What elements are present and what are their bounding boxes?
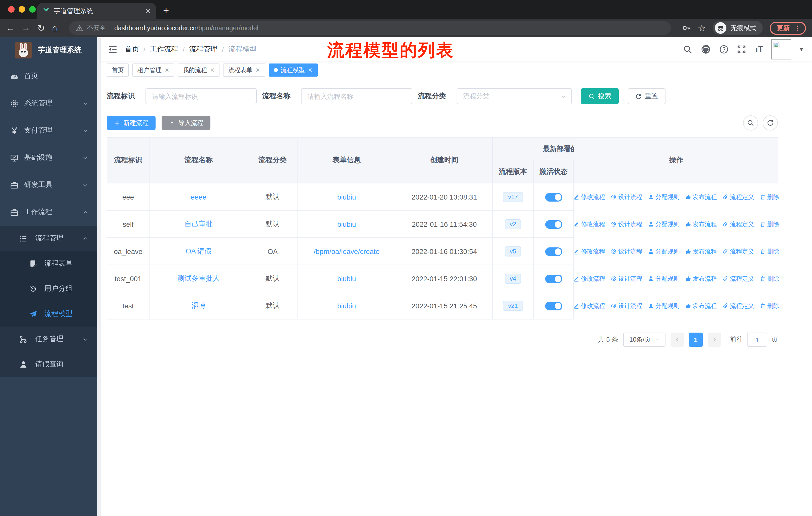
back-button[interactable]: ← bbox=[6, 24, 14, 32]
fullscreen-icon[interactable] bbox=[737, 45, 746, 54]
window-close-button[interactable] bbox=[8, 6, 14, 12]
tag-tenant[interactable]: 租户管理✕ bbox=[133, 63, 174, 77]
refresh-table-button[interactable] bbox=[763, 115, 778, 131]
sidebar-item-process-model[interactable]: 流程模型 bbox=[0, 301, 97, 327]
app-logo[interactable]: 芋道管理系统 bbox=[0, 37, 97, 62]
action-modify-link[interactable]: 修改流程 bbox=[573, 247, 605, 256]
close-icon[interactable]: ✕ bbox=[210, 67, 214, 73]
action-design-link[interactable]: 设计流程 bbox=[611, 247, 642, 256]
action-delete-link[interactable]: 删除 bbox=[760, 220, 779, 228]
search-icon[interactable] bbox=[684, 45, 692, 54]
close-icon[interactable]: ✕ bbox=[165, 67, 169, 73]
action-modify-link[interactable]: 修改流程 bbox=[573, 193, 605, 201]
key-icon[interactable] bbox=[682, 24, 691, 32]
window-zoom-button[interactable] bbox=[29, 6, 36, 12]
action-assign-link[interactable]: 分配规则 bbox=[648, 220, 679, 228]
action-publish-link[interactable]: 发布流程 bbox=[685, 247, 717, 256]
page-size-select[interactable]: 10条/页 bbox=[623, 332, 666, 347]
forward-button[interactable]: → bbox=[22, 24, 30, 32]
update-chip[interactable]: 更新 ⋮ bbox=[770, 21, 806, 34]
browser-tab[interactable]: 芋道管理系统 ✕ bbox=[37, 3, 156, 19]
action-assign-link[interactable]: 分配规则 bbox=[648, 302, 679, 310]
help-icon[interactable] bbox=[720, 45, 729, 54]
import-process-button[interactable]: 导入流程 bbox=[162, 116, 210, 130]
github-icon[interactable] bbox=[701, 44, 711, 54]
action-design-link[interactable]: 设计流程 bbox=[611, 302, 642, 310]
action-delete-link[interactable]: 删除 bbox=[760, 274, 779, 283]
window-minimize-button[interactable] bbox=[19, 6, 25, 12]
cell-name-link[interactable]: 测试多审批人 bbox=[149, 265, 248, 292]
sidebar-item-system[interactable]: 系统管理 bbox=[0, 90, 97, 117]
action-publish-link[interactable]: 发布流程 bbox=[685, 220, 717, 228]
action-definition-link[interactable]: 流程定义 bbox=[722, 193, 754, 201]
sidebar-item-infra[interactable]: 基础设施 bbox=[0, 144, 97, 171]
font-size-icon[interactable]: тT bbox=[755, 45, 763, 54]
cell-name-link[interactable]: OA 请假 bbox=[149, 238, 248, 265]
action-definition-link[interactable]: 流程定义 bbox=[722, 274, 754, 283]
cell-form-link[interactable]: biubiu bbox=[297, 265, 396, 292]
active-toggle[interactable] bbox=[545, 193, 562, 201]
breadcrumb-home[interactable]: 首页 bbox=[125, 45, 139, 54]
tag-my-process[interactable]: 我的流程✕ bbox=[178, 63, 220, 77]
avatar[interactable] bbox=[771, 39, 791, 59]
action-delete-link[interactable]: 删除 bbox=[760, 247, 779, 256]
active-toggle[interactable] bbox=[545, 220, 562, 228]
action-modify-link[interactable]: 修改流程 bbox=[573, 220, 605, 228]
prev-page-button[interactable] bbox=[671, 332, 684, 347]
cell-name-link[interactable]: 自己审批 bbox=[149, 211, 248, 238]
close-icon[interactable]: ✕ bbox=[256, 67, 260, 73]
close-icon[interactable]: ✕ bbox=[308, 67, 312, 73]
new-tab-button[interactable]: + bbox=[163, 5, 169, 17]
breadcrumb-process-mgmt[interactable]: 流程管理 bbox=[189, 45, 218, 54]
breadcrumb-workflow[interactable]: 工作流程 bbox=[150, 45, 178, 54]
sidebar-item-task-mgmt[interactable]: 任务管理 bbox=[0, 327, 97, 352]
action-design-link[interactable]: 设计流程 bbox=[611, 193, 642, 201]
cell-form-link[interactable]: biubiu bbox=[297, 292, 396, 320]
sidebar-item-payment[interactable]: 支付管理 bbox=[0, 117, 97, 144]
action-assign-link[interactable]: 分配规则 bbox=[648, 274, 679, 283]
address-bar[interactable]: 不安全 dashboard.yudao.iocoder.cn/bpm/manag… bbox=[69, 21, 671, 35]
cell-form-link[interactable]: biubiu bbox=[297, 184, 396, 211]
tag-process-model[interactable]: 流程模型✕ bbox=[268, 63, 317, 77]
action-assign-link[interactable]: 分配规则 bbox=[648, 247, 679, 256]
process-name-input[interactable] bbox=[301, 88, 412, 104]
sidebar-item-leave-query[interactable]: 请假查询 bbox=[0, 352, 97, 377]
tag-process-form[interactable]: 流程表单✕ bbox=[223, 63, 265, 77]
goto-page-input[interactable] bbox=[747, 332, 767, 347]
bookmark-star-icon[interactable]: ☆ bbox=[698, 23, 706, 32]
reload-button[interactable]: ↻ bbox=[37, 23, 45, 32]
hamburger-icon[interactable] bbox=[108, 44, 118, 54]
action-definition-link[interactable]: 流程定义 bbox=[722, 302, 754, 310]
home-button[interactable]: ⌂ bbox=[52, 23, 58, 33]
action-delete-link[interactable]: 删除 bbox=[760, 193, 779, 201]
action-modify-link[interactable]: 修改流程 bbox=[573, 302, 605, 310]
cell-name-link[interactable]: eeee bbox=[149, 184, 248, 211]
action-delete-link[interactable]: 删除 bbox=[760, 302, 779, 310]
tag-home[interactable]: 首页 bbox=[107, 63, 129, 77]
action-modify-link[interactable]: 修改流程 bbox=[573, 274, 605, 283]
action-publish-link[interactable]: 发布流程 bbox=[685, 302, 717, 310]
action-design-link[interactable]: 设计流程 bbox=[611, 220, 642, 228]
cell-name-link[interactable]: 滔博 bbox=[149, 292, 248, 320]
action-publish-link[interactable]: 发布流程 bbox=[685, 274, 717, 283]
action-assign-link[interactable]: 分配规则 bbox=[648, 193, 679, 201]
action-publish-link[interactable]: 发布流程 bbox=[685, 193, 717, 201]
action-design-link[interactable]: 设计流程 bbox=[611, 274, 642, 283]
toggle-search-button[interactable] bbox=[743, 115, 758, 131]
sidebar-item-user-group[interactable]: 用户分组 bbox=[0, 276, 97, 301]
action-definition-link[interactable]: 流程定义 bbox=[722, 247, 754, 256]
sidebar-item-process-form[interactable]: 流程表单 bbox=[0, 251, 97, 276]
cell-form-link[interactable]: /bpm/oa/leave/create bbox=[297, 238, 396, 265]
sidebar-item-workflow[interactable]: 工作流程 bbox=[0, 198, 97, 226]
sidebar-item-process-mgmt[interactable]: 流程管理 bbox=[0, 226, 97, 251]
process-category-select[interactable]: 流程分类 bbox=[457, 88, 572, 104]
current-page-button[interactable]: 1 bbox=[689, 332, 703, 347]
tab-close-icon[interactable]: ✕ bbox=[145, 7, 151, 15]
reset-button[interactable]: 重置 bbox=[628, 88, 666, 104]
search-button[interactable]: 搜索 bbox=[581, 88, 619, 104]
active-toggle[interactable] bbox=[545, 247, 562, 256]
action-definition-link[interactable]: 流程定义 bbox=[722, 220, 754, 228]
next-page-button[interactable] bbox=[708, 332, 721, 347]
avatar-caret-icon[interactable]: ▾ bbox=[800, 46, 803, 53]
sidebar-item-devtools[interactable]: 研发工具 bbox=[0, 171, 97, 198]
